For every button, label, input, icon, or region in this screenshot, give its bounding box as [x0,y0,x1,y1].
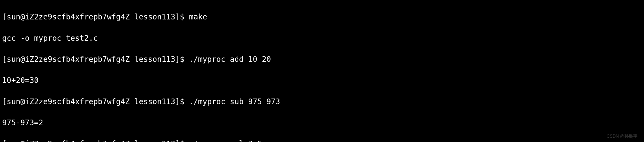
output: 975-973=2 [2,118,43,127]
terminal-line: [sun@iZ2ze9scfb4xfrepb7wfg4Z lesson113]$… [2,96,642,107]
command: ./myproc sub 975 973 [189,97,280,106]
prompt: [sun@iZ2ze9scfb4xfrepb7wfg4Z lesson113]$ [2,12,189,21]
terminal-output[interactable]: [sun@iZ2ze9scfb4xfrepb7wfg4Z lesson113]$… [2,1,642,142]
output: 10+20=30 [2,76,39,85]
terminal-line: [sun@iZ2ze9scfb4xfrepb7wfg4Z lesson113]$… [2,12,642,22]
command: ./myproc mul 2 6 [189,139,262,142]
output: gcc -o myproc test2.c [2,34,98,43]
watermark: CSDN @孙鹏宇. [607,133,639,139]
prompt: [sun@iZ2ze9scfb4xfrepb7wfg4Z lesson113]$ [2,97,189,106]
terminal-line: [sun@iZ2ze9scfb4xfrepb7wfg4Z lesson113]$… [2,54,642,65]
terminal-line: 10+20=30 [2,75,642,86]
command: make [189,12,207,21]
prompt: [sun@iZ2ze9scfb4xfrepb7wfg4Z lesson113]$ [2,55,189,64]
command: ./myproc add 10 20 [189,55,271,64]
terminal-line: gcc -o myproc test2.c [2,33,642,43]
terminal-line: [sun@iZ2ze9scfb4xfrepb7wfg4Z lesson113]$… [2,138,642,142]
terminal-line: 975-973=2 [2,117,642,128]
prompt: [sun@iZ2ze9scfb4xfrepb7wfg4Z lesson113]$ [2,139,189,142]
